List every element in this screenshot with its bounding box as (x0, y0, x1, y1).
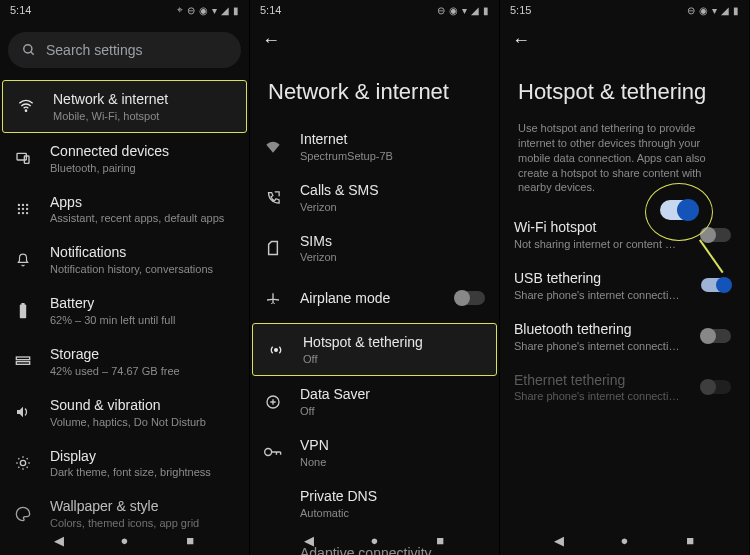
search-placeholder: Search settings (46, 42, 143, 58)
svg-point-2 (25, 110, 26, 111)
search-settings[interactable]: Search settings (8, 32, 241, 68)
clock: 5:14 (260, 4, 281, 16)
item-bluetooth-tethering[interactable]: Bluetooth tethering Share phone's intern… (500, 311, 749, 362)
item-title: Display (50, 448, 235, 465)
item-wifi-hotspot[interactable]: Wi-Fi hotspot Not sharing internet or co… (500, 209, 749, 260)
battery-icon: ▮ (733, 5, 739, 16)
nav-recent-icon[interactable]: ■ (433, 533, 447, 547)
item-calls-sms[interactable]: Calls & SMS Verizon (250, 172, 499, 223)
status-bar: 5:14 ⊖ ◉ ▾ ◢ ▮ (250, 0, 499, 20)
svg-rect-17 (16, 362, 29, 365)
item-sims[interactable]: SIMs Verizon (250, 223, 499, 274)
nav-bar: ◀ ● ■ (250, 525, 499, 555)
nav-home-icon[interactable]: ● (368, 533, 382, 547)
dnd-icon: ⊖ (687, 5, 695, 16)
item-title: Wallpaper & style (50, 498, 235, 515)
item-sub: Verizon (300, 201, 485, 213)
svg-point-19 (275, 348, 278, 351)
clock: 5:15 (510, 4, 531, 16)
item-sub: Verizon (300, 251, 485, 263)
nav-back-icon[interactable]: ◀ (52, 533, 66, 547)
item-title: Notifications (50, 244, 235, 261)
usb-tethering-toggle[interactable] (701, 278, 731, 292)
status-bar: 5:15 ⊖ ◉ ▾ ◢ ▮ (500, 0, 749, 20)
item-sub: Off (303, 353, 482, 365)
back-button[interactable]: ← (262, 30, 280, 50)
svg-point-18 (20, 460, 25, 465)
item-network-internet[interactable]: Network & internet Mobile, Wi-Fi, hotspo… (2, 80, 247, 133)
item-usb-tethering[interactable]: USB tethering Share phone's internet con… (500, 260, 749, 311)
item-sub: Share phone's internet connection via Et… (514, 390, 683, 402)
item-connected-devices[interactable]: Connected devices Bluetooth, pairing (0, 133, 249, 184)
bell-icon (14, 253, 32, 267)
item-sub: None (300, 456, 485, 468)
svg-rect-16 (16, 357, 29, 360)
ethernet-tethering-toggle (701, 380, 731, 394)
item-title: Apps (50, 194, 235, 211)
battery-icon: ▮ (483, 5, 489, 16)
vibrate-icon: ◉ (449, 5, 458, 16)
item-sub: Mobile, Wi-Fi, hotspot (53, 110, 232, 122)
item-title: SIMs (300, 233, 485, 250)
nav-home-icon[interactable]: ● (618, 533, 632, 547)
item-battery[interactable]: Battery 62% – 30 min left until full (0, 285, 249, 336)
item-title: VPN (300, 437, 485, 454)
annotation-toggle-callout (660, 200, 698, 220)
item-sub: 62% – 30 min left until full (50, 314, 235, 326)
item-hotspot[interactable]: Hotspot & tethering Off (252, 323, 497, 376)
item-storage[interactable]: Storage 42% used – 74.67 GB free (0, 336, 249, 387)
airplane-toggle[interactable] (455, 291, 485, 305)
item-sub: Volume, haptics, Do Not Disturb (50, 416, 235, 428)
nav-home-icon[interactable]: ● (118, 533, 132, 547)
item-title: USB tethering (514, 270, 683, 287)
network-internet-panel: 5:14 ⊖ ◉ ▾ ◢ ▮ ← Network & internet Inte… (250, 0, 500, 555)
item-title: Bluetooth tethering (514, 321, 683, 338)
item-title: Data Saver (300, 386, 485, 403)
status-bar: 5:14 ⌖ ⊖ ◉ ▾ ◢ ▮ (0, 0, 249, 20)
item-notifications[interactable]: Notifications Notification history, conv… (0, 234, 249, 285)
page-description: Use hotspot and tethering to provide int… (500, 121, 749, 209)
palette-icon (14, 506, 32, 522)
vibrate-icon: ◉ (699, 5, 708, 16)
dnd-icon: ⊖ (437, 5, 445, 16)
item-sub: SpectrumSetup-7B (300, 150, 485, 162)
page-title: Network & internet (250, 51, 499, 121)
svg-point-8 (18, 208, 20, 210)
item-sound[interactable]: Sound & vibration Volume, haptics, Do No… (0, 387, 249, 438)
nav-recent-icon[interactable]: ■ (183, 533, 197, 547)
item-sub: Notification history, conversations (50, 263, 235, 275)
nav-back-icon[interactable]: ◀ (552, 533, 566, 547)
nav-recent-icon[interactable]: ■ (683, 533, 697, 547)
item-sub: Share phone's internet connection via Bl… (514, 340, 683, 352)
item-title: Airplane mode (300, 290, 437, 307)
svg-point-11 (18, 212, 20, 214)
bluetooth-tethering-toggle[interactable] (701, 329, 731, 343)
nav-back-icon[interactable]: ◀ (302, 533, 316, 547)
sound-icon (14, 405, 32, 419)
item-internet[interactable]: Internet SpectrumSetup-7B (250, 121, 499, 172)
item-title: Internet (300, 131, 485, 148)
vibrate-icon: ◉ (199, 5, 208, 16)
item-display[interactable]: Display Dark theme, font size, brightnes… (0, 438, 249, 489)
clock: 5:14 (10, 4, 31, 16)
item-vpn[interactable]: VPN None (250, 427, 499, 478)
item-airplane[interactable]: Airplane mode (250, 273, 499, 323)
item-sub: Automatic (300, 507, 485, 519)
wifi-icon (17, 98, 35, 114)
svg-rect-14 (20, 304, 26, 318)
dnd-icon: ⊖ (187, 5, 195, 16)
item-sub: 42% used – 74.67 GB free (50, 365, 235, 377)
status-icons: ⊖ ◉ ▾ ◢ ▮ (437, 5, 489, 16)
vpn-icon (264, 446, 282, 458)
item-sub: Bluetooth, pairing (50, 162, 235, 174)
item-title: Hotspot & tethering (303, 334, 482, 351)
svg-rect-15 (21, 303, 24, 305)
item-private-dns[interactable]: Private DNS Automatic (250, 478, 499, 529)
wifi-hotspot-toggle[interactable] (701, 228, 731, 242)
item-sub: Dark theme, font size, brightness (50, 466, 235, 478)
item-data-saver[interactable]: Data Saver Off (250, 376, 499, 427)
item-title: Ethernet tethering (514, 372, 683, 389)
sim-icon (264, 240, 282, 256)
item-apps[interactable]: Apps Assistant, recent apps, default app… (0, 184, 249, 235)
back-button[interactable]: ← (512, 30, 530, 50)
